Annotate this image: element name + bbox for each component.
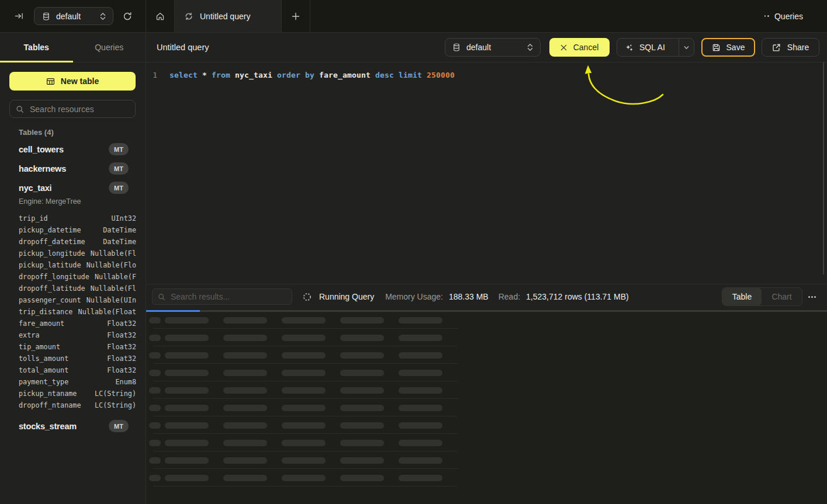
tabstrip-filler bbox=[310, 0, 764, 32]
skeleton-cell bbox=[223, 352, 267, 359]
skeleton-cell bbox=[149, 405, 161, 411]
column-name: tolls_amount bbox=[19, 354, 68, 363]
sql-ai-button[interactable]: SQL AI bbox=[617, 38, 694, 57]
tab-strip: Untitled query Queries bbox=[146, 0, 827, 32]
collapse-sidebar-button[interactable] bbox=[15, 12, 23, 20]
share-button[interactable]: Share bbox=[762, 38, 819, 57]
skeleton-cell bbox=[340, 387, 384, 394]
new-table-label: New table bbox=[61, 77, 99, 86]
sql-ai-main[interactable]: SQL AI bbox=[617, 39, 679, 56]
editor-scrollbar[interactable] bbox=[823, 62, 824, 274]
skeleton-cell bbox=[223, 317, 267, 324]
search-resources-input[interactable]: Search resources bbox=[9, 100, 136, 118]
close-icon bbox=[560, 44, 567, 51]
column-row: tip_amountFloat32 bbox=[19, 341, 136, 353]
sidebar-tabs: Tables Queries bbox=[0, 33, 146, 62]
view-toggle-chart[interactable]: Chart bbox=[762, 288, 802, 305]
line-number: 1 bbox=[146, 69, 157, 81]
skeleton-cell bbox=[340, 370, 384, 376]
skeleton-cell bbox=[399, 422, 442, 429]
tables-section-header: Tables (4) bbox=[19, 128, 136, 137]
refresh-button[interactable] bbox=[123, 12, 132, 21]
skeleton-cell bbox=[340, 405, 384, 411]
skeleton-cell bbox=[340, 335, 384, 341]
home-icon bbox=[155, 12, 165, 21]
skeleton-cell bbox=[282, 370, 326, 376]
column-type: Nullable(Float bbox=[78, 308, 136, 316]
chevron-up-down-icon bbox=[100, 12, 106, 20]
new-tab-button[interactable] bbox=[282, 0, 310, 32]
sidebar-tab-queries[interactable]: Queries bbox=[73, 33, 146, 62]
sidebar-tab-tables[interactable]: Tables bbox=[0, 33, 73, 62]
skeleton-cell bbox=[165, 387, 209, 394]
skeleton-cell bbox=[149, 440, 161, 446]
more-options-button[interactable] bbox=[808, 296, 816, 298]
column-type: Nullable(Flo bbox=[86, 261, 136, 269]
table-name: nyc_taxi bbox=[19, 183, 51, 193]
table-item-hackernews[interactable]: hackernews MT bbox=[0, 159, 146, 178]
skeleton-cell bbox=[399, 405, 442, 411]
skeleton-cell bbox=[165, 440, 209, 446]
loading-spinner-icon bbox=[303, 293, 312, 301]
skeleton-cell bbox=[340, 457, 384, 464]
skeleton-row bbox=[146, 370, 827, 387]
skeleton-row bbox=[146, 405, 827, 422]
skeleton-cell bbox=[282, 317, 326, 324]
view-toggle-table[interactable]: Table bbox=[722, 288, 762, 305]
sql-editor[interactable]: 1 select * from nyc_taxi order by fare_a… bbox=[146, 62, 827, 284]
skeleton-cell bbox=[340, 317, 384, 324]
query-status: Running Query bbox=[319, 292, 374, 301]
skeleton-row bbox=[146, 475, 827, 492]
table-engine-info: Engine: MergeTree bbox=[19, 197, 146, 206]
tables-list: cell_towers MT hackernews MT nyc_taxi MT… bbox=[0, 140, 146, 436]
skeleton-cell bbox=[282, 457, 326, 464]
column-name: pickup_longitude bbox=[19, 249, 85, 258]
app: default Untitled query bbox=[0, 0, 827, 504]
column-name: pickup_latitude bbox=[19, 261, 81, 269]
column-row: extraFloat32 bbox=[19, 329, 136, 341]
database-selector-value: default bbox=[56, 12, 100, 21]
save-label: Save bbox=[726, 43, 745, 52]
tab-label: Untitled query bbox=[200, 12, 250, 21]
table-icon bbox=[46, 77, 55, 86]
column-row: trip_distanceNullable(Float bbox=[19, 306, 136, 318]
sql-code: select * from nyc_taxi order by fare_amo… bbox=[169, 69, 455, 81]
progress-track bbox=[146, 310, 827, 312]
query-database-value: default bbox=[466, 43, 527, 52]
save-button[interactable]: Save bbox=[701, 38, 755, 57]
column-name: passenger_count bbox=[19, 296, 81, 304]
column-name: fare_amount bbox=[19, 319, 64, 328]
read-label: Read: bbox=[499, 292, 520, 301]
results-skeleton bbox=[146, 312, 827, 504]
column-type: Float32 bbox=[107, 366, 136, 374]
tab-untitled-query[interactable]: Untitled query bbox=[175, 0, 282, 32]
search-results-input[interactable]: Search results... bbox=[152, 289, 292, 305]
column-row: pickup_longitudeNullable(Fl bbox=[19, 248, 136, 259]
query-progress-bar bbox=[146, 309, 827, 312]
column-name: tip_amount bbox=[19, 343, 60, 351]
column-type: UInt32 bbox=[111, 214, 136, 223]
table-item-nyc-taxi[interactable]: nyc_taxi MT bbox=[0, 178, 146, 197]
chevron-up-down-icon bbox=[527, 43, 533, 51]
sql-ai-dropdown[interactable] bbox=[679, 39, 694, 56]
skeleton-cell bbox=[282, 387, 326, 394]
topbar: default Untitled query bbox=[0, 0, 827, 33]
skeleton-cell bbox=[149, 335, 161, 341]
skeleton-cell bbox=[282, 440, 326, 446]
query-database-selector[interactable]: default bbox=[445, 38, 541, 57]
new-table-button[interactable]: New table bbox=[9, 72, 136, 91]
plus-icon bbox=[292, 12, 300, 20]
cancel-button[interactable]: Cancel bbox=[549, 38, 610, 57]
skeleton-cell bbox=[165, 422, 209, 429]
queries-panel-button[interactable]: Queries bbox=[764, 0, 827, 32]
code-line: 1 select * from nyc_taxi order by fare_a… bbox=[146, 69, 827, 81]
skeleton-cell bbox=[165, 335, 209, 341]
tab-home[interactable] bbox=[146, 0, 175, 32]
table-item-stocks-stream[interactable]: stocks_stream MT bbox=[0, 416, 146, 436]
table-item-cell-towers[interactable]: cell_towers MT bbox=[0, 140, 146, 159]
database-selector[interactable]: default bbox=[34, 7, 113, 25]
column-row: pickup_latitudeNullable(Flo bbox=[19, 259, 136, 271]
sql-ai-label: SQL AI bbox=[639, 43, 665, 52]
column-row: dropoff_datetimeDateTime bbox=[19, 236, 136, 248]
skeleton-cell bbox=[149, 352, 161, 359]
